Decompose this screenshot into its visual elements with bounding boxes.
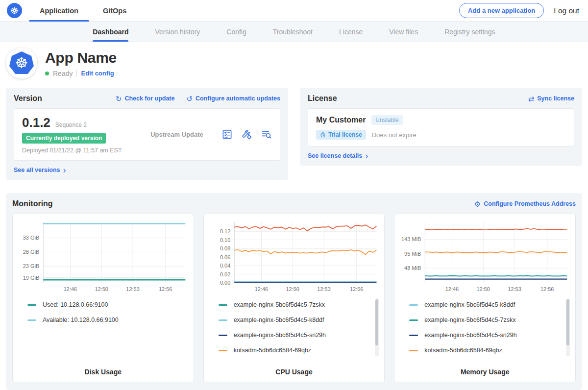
current-version-row: 0.1.2 Sequence 2 Currently deployed vers… [14,108,280,161]
topnav-tabs: Application GitOps [35,0,131,22]
tab-config[interactable]: Config [226,22,246,42]
configure-prometheus-link[interactable]: ⚙ Configure Prometheus Address [474,200,576,208]
deploy-logs-icon[interactable] [261,129,272,140]
legend-scrollbar-thumb[interactable] [375,299,378,345]
see-license-details-link[interactable]: See license details › [308,152,368,159]
configure-automatic-updates-link[interactable]: ↺ Configure automatic updates [186,95,280,102]
link-label: See all versions [14,167,60,173]
monitoring-title: Monitoring [12,199,53,208]
chart-title: Disk Usage [16,368,191,376]
tab-version-history[interactable]: Version history [155,22,200,42]
svg-text:12:50: 12:50 [477,286,490,292]
svg-text:28 GiB: 28 GiB [23,249,40,255]
license-info-row: My Customer Unstable Trial license Does … [308,108,574,146]
legend-item: example-nginx-5bc6f5d4c5-7zskx [409,317,564,323]
svg-text:12:50: 12:50 [286,286,299,292]
legend-swatch [219,304,227,306]
memory-usage-legend: example-nginx-5bc6f5d4c5-k8ddfexample-ng… [397,295,572,368]
page-title: App Name [45,49,117,66]
tab-dashboard[interactable]: Dashboard [93,22,128,42]
tab-label: GitOps [103,7,126,15]
legend-scrollbar-thumb[interactable] [566,299,569,345]
legend-label: example-nginx-5bc6f5d4c5-7zskx [234,301,325,308]
add-application-button[interactable]: Add a new application [459,3,544,18]
chart-title: CPU Usage [207,368,382,376]
chart-card-cpu: 0.120.100.080.060.040.020.0012:4612:5012… [203,214,385,382]
legend-item: example-nginx-5bc6f5d4c5-7zskx [219,301,373,308]
topnav-right: Add a new application Log out [459,3,579,18]
tab-label: Version history [155,28,200,36]
svg-text:12:46: 12:46 [445,286,459,292]
svg-text:0.06: 0.06 [220,254,230,260]
legend-swatch [409,304,418,306]
svg-text:12:56: 12:56 [350,286,364,292]
preflight-checklist-icon[interactable] [221,129,233,140]
svg-text:12:46: 12:46 [254,286,268,292]
svg-text:12:46: 12:46 [64,286,77,292]
topnav-tab-application[interactable]: Application [35,0,83,22]
tab-license[interactable]: License [339,22,363,42]
svg-text:0.12: 0.12 [220,229,230,235]
top-nav: ☸ Application GitOps Add a new applicati… [0,0,588,22]
legend-label: example-nginx-5bc6f5d4c5-sn29h [424,332,516,339]
legend-label: Available: 10.128.0.66:9100 [43,317,119,323]
topnav-tab-gitops[interactable]: GitOps [98,0,131,22]
app-sub-nav: Dashboard Version history Config Trouble… [0,22,588,42]
version-number: 0.1.2 [22,115,50,130]
logout-button[interactable]: Log out [554,6,579,15]
tab-label: View files [389,28,418,36]
tab-label: Dashboard [93,28,128,36]
gear-icon: ⚙ [474,200,481,208]
version-card-title: Version [14,94,42,103]
tab-view-files[interactable]: View files [389,22,418,42]
svg-text:0.02: 0.02 [220,271,230,277]
charts-row: 33 GiB28 GiB23 GiB19 GiB12:4612:5012:531… [12,214,576,382]
monitoring-section: Monitoring ⚙ Configure Prometheus Addres… [6,193,582,390]
tab-label: Application [40,7,78,15]
see-all-versions-link[interactable]: See all versions › [14,167,66,173]
svg-text:95 MiB: 95 MiB [404,251,421,257]
svg-text:12:53: 12:53 [508,286,522,292]
svg-text:19 GiB: 19 GiB [23,275,40,281]
stopwatch-icon [320,132,326,138]
svg-text:48 MiB: 48 MiB [404,266,421,271]
clock-refresh-icon: ↺ [186,95,193,102]
trial-license-badge: Trial license [316,130,366,140]
svg-text:0.04: 0.04 [220,263,230,268]
chart-title: Memory Usage [397,368,572,376]
legend-swatch [409,350,418,351]
legend-label: example-nginx-5bc6f5d4c5-sn29h [234,332,326,339]
svg-text:143 MiB: 143 MiB [401,237,421,243]
svg-text:12:53: 12:53 [317,286,331,292]
legend-swatch [409,319,418,321]
tab-troubleshoot[interactable]: Troubleshoot [273,22,313,42]
svg-text:12:53: 12:53 [126,286,140,292]
badge-label: Trial license [328,131,362,138]
legend-swatch [219,335,227,336]
sequence-label: Sequence 2 [55,122,87,128]
svg-text:12:50: 12:50 [95,286,108,292]
link-label: Check for update [124,95,174,102]
tab-label: Registry settings [444,28,495,36]
license-card-title: License [308,94,337,103]
sync-arrows-icon: ⇄ [528,95,535,102]
tab-registry-settings[interactable]: Registry settings [444,22,495,42]
sync-license-link[interactable]: ⇄ Sync license [528,95,574,102]
edit-config-link[interactable]: Edit config [81,70,114,77]
legend-swatch [219,319,227,321]
legend-item: example-nginx-5bc6f5d4c5-sn29h [219,332,373,339]
version-card: Version ↻ Check for update ↺ Configure a… [6,88,288,180]
chart-card-disk: 33 GiB28 GiB23 GiB19 GiB12:4612:5012:531… [12,214,194,382]
svg-text:33 GiB: 33 GiB [23,235,40,241]
legend-item: kotsadm-5db6dc6584-69qbz [219,347,373,354]
legend-item: example-nginx-5bc6f5d4c5-sn29h [409,332,564,339]
customer-name: My Customer [316,116,366,124]
chevron-right-icon: › [63,167,66,173]
kubernetes-logo[interactable]: ☸ [7,3,22,18]
app-header: ☸ App Name Ready Edit config [0,42,588,85]
link-label: Sync license [537,95,574,102]
disk-usage-legend: Used: 10.128.0.66:9100Available: 10.128.… [16,295,191,368]
config-wrench-gear-icon[interactable] [241,129,252,140]
check-for-update-link[interactable]: ↻ Check for update [116,95,175,102]
helm-wheel-icon: ☸ [10,5,19,17]
